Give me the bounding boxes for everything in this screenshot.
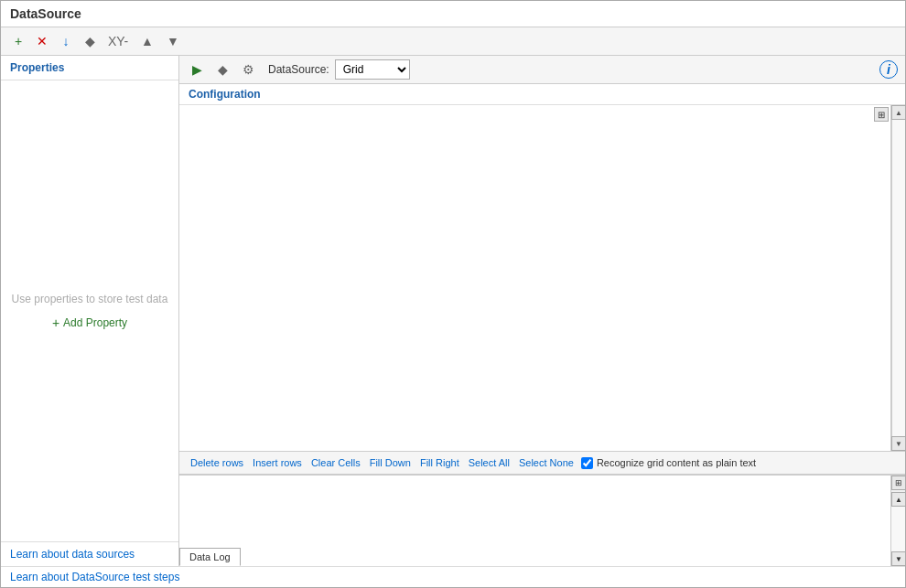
data-log-tab-container: Data Log bbox=[179, 548, 241, 566]
grid-bottom-toolbar: Delete rows Insert rows Clear Cells Fill… bbox=[179, 452, 905, 475]
top-toolbar: + ✕ ↓ ◆ XY- ▲ ▼ bbox=[1, 27, 905, 56]
bottom-scrollbar: ⊞ ▲ ▼ bbox=[890, 476, 905, 566]
recognize-text: Recognize grid content as plain text bbox=[597, 457, 756, 468]
datasource-select[interactable]: Grid Excel Database Custom bbox=[335, 59, 410, 80]
learn-steps-link-container: Learn about DataSource test steps bbox=[1, 566, 905, 587]
config-label: Configuration bbox=[179, 84, 905, 105]
learn-datasources-link-container: Learn about data sources bbox=[1, 541, 178, 566]
fill-down-button[interactable]: Fill Down bbox=[366, 455, 415, 470]
xy-button[interactable]: XY- bbox=[103, 31, 133, 51]
properties-button[interactable]: ◆ bbox=[80, 31, 100, 51]
recognize-label: Recognize grid content as plain text bbox=[581, 457, 756, 469]
clear-cells-button[interactable]: Clear Cells bbox=[307, 455, 364, 470]
properties-body: Use properties to store test data + Add … bbox=[1, 80, 178, 541]
main-window: DataSource + ✕ ↓ ◆ XY- ▲ ▼ Properties Us… bbox=[0, 0, 906, 588]
right-panel: ▶ ◆ ⚙ DataSource: Grid Excel Database Cu… bbox=[179, 56, 905, 566]
grid-scrollbar: ▲ ▼ bbox=[890, 105, 905, 451]
scroll-track[interactable] bbox=[891, 120, 905, 436]
delete-rows-button[interactable]: Delete rows bbox=[187, 455, 247, 470]
datasource-label: DataSource: bbox=[268, 63, 329, 76]
settings-button[interactable]: ⚙ bbox=[238, 59, 259, 80]
learn-datasources-link[interactable]: Learn about data sources bbox=[10, 548, 135, 561]
run-button[interactable]: ▶ bbox=[187, 59, 207, 80]
fill-right-button[interactable]: Fill Right bbox=[416, 455, 463, 470]
delete-button[interactable]: ✕ bbox=[32, 31, 52, 51]
insert-rows-button[interactable]: Insert rows bbox=[249, 455, 306, 470]
bottom-scroll-down-button[interactable]: ▼ bbox=[891, 551, 905, 566]
info-button[interactable]: i bbox=[879, 60, 898, 79]
step-button[interactable]: ◆ bbox=[212, 59, 232, 80]
expand-icon: ⊞ bbox=[878, 110, 885, 120]
title-bar: DataSource bbox=[1, 1, 905, 27]
right-toolbar: ▶ ◆ ⚙ DataSource: Grid Excel Database Cu… bbox=[179, 56, 905, 84]
scroll-up-button[interactable]: ▲ bbox=[891, 105, 905, 120]
data-log-tab[interactable]: Data Log bbox=[179, 548, 241, 566]
left-panel: Properties Use properties to store test … bbox=[1, 56, 179, 566]
grid-container[interactable] bbox=[179, 105, 905, 451]
select-none-button[interactable]: Select None bbox=[515, 455, 577, 470]
window-title: DataSource bbox=[10, 6, 81, 21]
up-button[interactable]: ▲ bbox=[136, 31, 158, 51]
main-content: Properties Use properties to store test … bbox=[1, 56, 905, 566]
export-button[interactable]: ↓ bbox=[56, 31, 76, 51]
learn-steps-link[interactable]: Learn about DataSource test steps bbox=[10, 571, 179, 583]
data-log-area bbox=[179, 476, 890, 566]
grid-expand-icon[interactable]: ⊞ bbox=[874, 107, 889, 122]
bottom-scroll-top-icon[interactable]: ⊞ bbox=[891, 476, 905, 490]
properties-header: Properties bbox=[1, 56, 178, 80]
scroll-down-button[interactable]: ▼ bbox=[891, 436, 905, 451]
add-property-label: Add Property bbox=[63, 316, 127, 329]
bottom-scroll-up-button[interactable]: ▲ bbox=[891, 492, 905, 507]
bottom-scroll-track[interactable] bbox=[891, 507, 905, 551]
bottom-panel-content: ⊞ ▲ ▼ bbox=[179, 476, 905, 566]
config-section: Configuration ⊞ ▲ ▼ bbox=[179, 84, 905, 566]
properties-hint: Use properties to store test data bbox=[12, 292, 168, 307]
down-button[interactable]: ▼ bbox=[162, 31, 184, 51]
select-all-button[interactable]: Select All bbox=[465, 455, 513, 470]
grid-area: ⊞ ▲ ▼ bbox=[179, 105, 905, 452]
add-property-button[interactable]: + Add Property bbox=[52, 315, 127, 330]
bottom-panel: ⊞ ▲ ▼ Data Log bbox=[179, 475, 905, 566]
recognize-checkbox[interactable] bbox=[581, 457, 593, 469]
add-icon: + bbox=[52, 315, 59, 330]
grid-icon: ⊞ bbox=[895, 478, 902, 487]
add-button[interactable]: + bbox=[8, 31, 28, 51]
